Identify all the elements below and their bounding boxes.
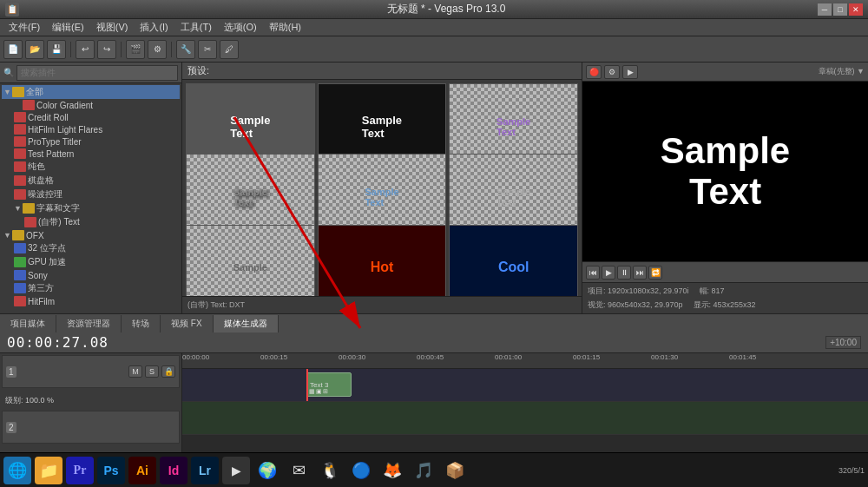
menu-bar: 文件(F) 编辑(E) 视图(V) 插入(I) 工具(T) 选项(O) 帮助(H…	[0, 19, 868, 36]
tree-label: 字幕和文字	[36, 202, 80, 214]
open-button[interactable]: 📂	[25, 40, 44, 59]
snap-button[interactable]: 🔧	[176, 40, 195, 59]
taskbar: 🌐 📁 Pr Ps Ai Id Lr ▶ 🌍 ✉ 🐧 🔵 🦊 🎵 📦 320/5…	[0, 452, 868, 487]
tool2[interactable]: 🖊	[220, 40, 239, 59]
tick-75: 00:01:15	[573, 353, 600, 361]
taskbar-icon-illustrator[interactable]: Ai	[128, 457, 156, 484]
taskbar-icon-chrome[interactable]: 🔵	[347, 457, 375, 484]
tree-item-checker[interactable]: 棋盘格	[2, 174, 180, 188]
tree-item-builtin-text[interactable]: (自带) Text	[2, 215, 180, 229]
item-icon	[14, 283, 26, 293]
tree-label: Credit Roll	[28, 113, 69, 122]
search-input[interactable]	[16, 65, 178, 81]
preset-preview-text4: SampleText	[233, 187, 267, 207]
taskbar-icon-browser[interactable]: 🌐	[3, 457, 31, 484]
stop-btn[interactable]: ⏸	[617, 266, 631, 280]
menu-tools[interactable]: 工具(T)	[175, 20, 217, 35]
tick-60: 00:01:00	[495, 353, 522, 361]
tab-video-fx[interactable]: 视频 FX	[161, 315, 214, 332]
tree-item-third-party[interactable]: 第三方	[2, 281, 180, 295]
tick-105: 00:01:45	[729, 353, 756, 361]
taskbar-icon-indesign[interactable]: Id	[160, 457, 187, 484]
item-icon	[14, 257, 26, 267]
tree-item-hitfilm[interactable]: HitFilm Light Flares	[2, 123, 180, 135]
taskbar-icon-mail[interactable]: ✉	[285, 457, 312, 484]
menu-edit[interactable]: 编辑(E)	[47, 20, 89, 35]
taskbar-icon-explorer[interactable]: 📁	[35, 457, 62, 484]
search-bar: 🔍	[0, 63, 181, 83]
item-icon	[24, 217, 36, 227]
track-lock-btn[interactable]: 🔒	[161, 365, 175, 378]
taskbar-icon-lightroom[interactable]: Lr	[191, 457, 219, 484]
tree-item-credit-roll[interactable]: Credit Roll	[2, 111, 180, 123]
taskbar-icon-vegas[interactable]: ▶	[222, 457, 250, 484]
preset-dxt[interactable]: Sample	[186, 225, 315, 296]
tree-item-32bit[interactable]: 32 位字点	[2, 241, 180, 255]
tab-transitions[interactable]: 转场	[122, 315, 161, 332]
menu-help[interactable]: 帮助(H)	[264, 20, 306, 35]
track-mute-btn[interactable]: M	[128, 365, 142, 378]
tree-item-protype[interactable]: ProType Titler	[2, 135, 180, 148]
render-button[interactable]: 🎬	[126, 40, 145, 59]
tab-resource-manager[interactable]: 资源管理器	[56, 315, 122, 332]
tree-label: 全部	[26, 86, 43, 98]
preview-tb-btn3[interactable]: ▶	[622, 65, 638, 79]
taskbar-icon-box[interactable]: 📦	[441, 457, 469, 484]
tree-item-caption[interactable]: ▼ 字幕和文字	[2, 201, 180, 215]
maximize-button[interactable]: □	[833, 3, 847, 16]
menu-options[interactable]: 选项(O)	[219, 20, 262, 35]
tree-item-all[interactable]: ▼ 全部	[2, 85, 180, 99]
loop-btn[interactable]: 🔁	[648, 266, 662, 280]
tree-item-test-pattern[interactable]: Test Pattern	[2, 148, 180, 160]
menu-insert[interactable]: 插入(I)	[135, 20, 173, 35]
tool1[interactable]: ✂	[198, 40, 217, 59]
item-icon	[14, 189, 26, 200]
new-button[interactable]: 📄	[3, 40, 23, 59]
redo-button[interactable]: ↪	[97, 40, 116, 59]
next-frame-btn[interactable]: ⏭	[633, 266, 647, 280]
preset-hot[interactable]: Hot	[318, 225, 447, 296]
taskbar-icon-penguin[interactable]: 🐧	[316, 457, 344, 484]
taskbar-icon-earth[interactable]: 🌍	[253, 457, 281, 484]
track-solo-btn[interactable]: S	[145, 365, 159, 378]
prev-frame-btn[interactable]: ⏮	[586, 266, 600, 280]
preview-width: 幅: 817	[700, 286, 725, 297]
tree-item-noise[interactable]: 噪波控理	[2, 188, 180, 201]
timeline-clip-text3[interactable]: Text 3 ▦ ▣ ⊞	[306, 372, 352, 397]
minimize-button[interactable]: ─	[818, 3, 832, 16]
clip-icon2: ▣	[316, 388, 322, 395]
tab-media-generators[interactable]: 媒体生成器	[214, 315, 279, 332]
tree-label: (自带) Text	[38, 216, 80, 228]
tree-item-color-gradient[interactable]: Color Gradient	[2, 99, 180, 111]
close-button[interactable]: ✕	[849, 3, 863, 16]
tree-item-solid[interactable]: 纯色	[2, 160, 180, 174]
taskbar-icon-firefox[interactable]: 🦊	[378, 457, 406, 484]
properties-button[interactable]: ⚙	[148, 40, 167, 59]
save-button[interactable]: 💾	[47, 40, 66, 59]
tab-project-media[interactable]: 项目媒体	[0, 315, 56, 332]
taskbar-icon-premiere[interactable]: Pr	[66, 457, 94, 484]
menu-file[interactable]: 文件(F)	[3, 20, 45, 35]
presets-label: 预设:	[187, 64, 209, 77]
undo-button[interactable]: ↩	[76, 40, 95, 59]
item-icon	[14, 175, 26, 186]
time-offset: +10:00	[825, 336, 861, 349]
preview-tb-btn2[interactable]: ⚙	[604, 65, 620, 79]
tree-item-ofx[interactable]: ▼ OFX	[2, 229, 180, 241]
tree-item-gpu[interactable]: GPU 加速	[2, 255, 180, 269]
tree-item-sony[interactable]: Sony	[2, 269, 180, 281]
preview-tb-btn1[interactable]: 🔴	[586, 65, 602, 79]
item-icon	[14, 270, 26, 280]
tree-label: 第三方	[28, 282, 54, 294]
play-btn[interactable]: ▶	[602, 266, 615, 280]
taskbar-icon-photoshop[interactable]: Ps	[97, 457, 125, 484]
tree-item-hitfilm2[interactable]: HitFilm	[2, 295, 180, 307]
track-number-1: 1	[6, 366, 16, 378]
taskbar-icon-itunes[interactable]: 🎵	[410, 457, 437, 484]
item-icon	[14, 296, 26, 306]
tree-label: Test Pattern	[28, 149, 74, 159]
track-ctrl-video: 1 M S 🔒	[2, 355, 180, 388]
preset-cool[interactable]: Cool	[449, 225, 578, 296]
tree-label: 32 位字点	[28, 242, 66, 254]
menu-view[interactable]: 视图(V)	[91, 20, 134, 35]
